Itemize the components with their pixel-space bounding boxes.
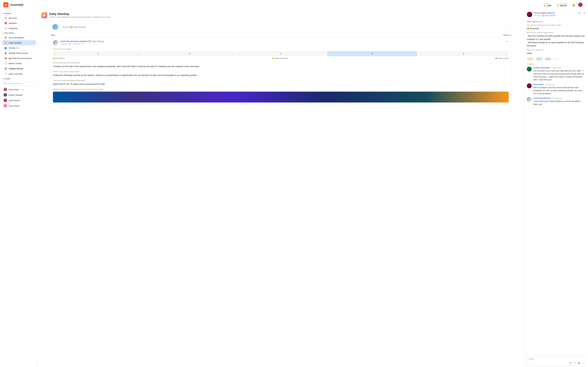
detail-time: 7m ago in	[534, 14, 542, 17]
nav-label: Weekly Pulse Survey	[9, 52, 28, 54]
reply-author[interactable]: Caleb Ramakrishna	[533, 97, 551, 99]
sort-select[interactable]: Newest▾	[503, 34, 512, 36]
post-menu-icon[interactable]: •••	[578, 12, 581, 15]
nav-my-feed[interactable]: ☰My Feed	[2, 16, 36, 21]
emoji-icon[interactable]: ☺	[574, 362, 576, 364]
feed-pane: 🌅 Daily Standup Check in at the beginnin…	[38, 9, 524, 367]
section-flows-label: Flow feeds	[4, 32, 14, 34]
user-menu[interactable]: ▼	[578, 3, 585, 7]
reaction-brain[interactable]: 🧠 8	[544, 57, 552, 61]
avatar	[53, 40, 58, 46]
topbar-right: EARNED 🏆1,204 ALLOWANCE 🏆100 left 🔔 ▼	[543, 3, 585, 7]
reaction-muscle[interactable]: 💪 1	[536, 57, 543, 61]
search-teammates[interactable]: 🔍Search teammates	[2, 81, 35, 85]
stat-earned[interactable]: EARNED 🏆1,204	[543, 3, 551, 7]
person-item[interactable]: Andres Howard	[1, 92, 37, 98]
nav-label: My Feed	[9, 17, 17, 19]
detail-flow-link[interactable]: Daily Standup	[545, 14, 556, 17]
post-author[interactable]: Caleb Ramakrishna	[60, 40, 79, 42]
nav-label: Weekly 1:1	[9, 47, 19, 49]
flow-pulse-survey[interactable]: 🤹Weekly Pulse Survey	[2, 50, 36, 56]
scale-5[interactable]: 5	[419, 51, 509, 56]
reply-author[interactable]: Andrey Zolutukhin	[533, 67, 550, 69]
scale-label-low: 😕 Not feeling it	[53, 57, 65, 59]
nav-label: Give Recognition	[9, 36, 24, 39]
nav-label: Daily Standup	[9, 42, 21, 44]
flow-weekly-11[interactable]: 👥Weekly 1:1	[2, 45, 36, 50]
answer-prompt: Answer 🌅 Daily Standup	[50, 22, 512, 32]
nav-label: Notebook	[9, 27, 17, 30]
detail-byline: Post by Malia Eugenio	[534, 12, 577, 14]
post-flow-link[interactable]: Daily Standup	[92, 40, 104, 42]
scale-1[interactable]: 1	[53, 51, 143, 56]
reply-placeholder: Reply...	[528, 358, 535, 360]
section-people-label: People	[4, 77, 10, 80]
detail-author[interactable]: Malia Eugenio	[541, 12, 555, 14]
post-byline: Caleb Ramakrishna posted in 🌅 Daily Stan…	[60, 40, 504, 42]
reply-input-area: Reply... @ ☺ ▦ ➤	[524, 354, 588, 367]
flow-market-trends[interactable]: 📈Market Trends	[2, 61, 36, 66]
brand[interactable]: Assembly	[3, 2, 24, 7]
section-general[interactable]: ▴General	[1, 11, 37, 15]
scale-4[interactable]: 4	[327, 51, 417, 56]
nav-label: Culture Survey	[9, 67, 23, 70]
scale-row: 1 2 3 4 5	[53, 51, 509, 56]
stat-allowance-value: 100 left	[560, 4, 566, 7]
gif-icon[interactable]: ▦	[578, 362, 580, 364]
send-icon[interactable]: ➤	[582, 362, 584, 364]
avatar	[4, 93, 7, 97]
add-flow[interactable]: ＋Add a new flow	[2, 71, 36, 76]
notifications-icon[interactable]: 🔔	[572, 3, 575, 6]
feed-subtitle: Check in at the beginning of each day to…	[49, 16, 111, 18]
plus-icon: ＋	[4, 72, 7, 75]
flow-big-deal[interactable]: 📣Big Deal Announcements	[2, 56, 36, 61]
answer-button[interactable]: Answer 🌅 Daily Standup	[61, 24, 509, 30]
stat-allowance[interactable]: ALLOWANCE 🏆100 left	[557, 3, 566, 7]
nav-notebook[interactable]: ✔︎Notebook	[2, 26, 36, 31]
feed-title: Daily Standup	[49, 12, 111, 16]
megaphone-icon: 📣	[4, 57, 7, 59]
nav-label: Big Deal Announcements	[9, 57, 32, 59]
reply-time: 7 minutes ago	[545, 83, 555, 85]
close-icon[interactable]: ✕	[583, 12, 585, 15]
stat-allowance-label: ALLOWANCE	[557, 3, 566, 4]
reaction-hands[interactable]: 🙌 1	[527, 57, 534, 61]
caret-down-icon: ▾	[511, 34, 512, 36]
answer-text: I finished up the bulk of the reports th…	[53, 65, 509, 68]
nav-label: Add a new flow	[9, 73, 23, 75]
stat-earned-value: 1,204	[546, 4, 551, 7]
person-item[interactable]: Lydia Strunk	[1, 98, 37, 103]
reply-author[interactable]: Kaiya Bator	[533, 83, 544, 85]
hide-original-toggle[interactable]: Hide original post▾	[527, 21, 585, 23]
seen-count[interactable]: 1	[79, 43, 80, 45]
section-flows[interactable]: ▴Flow feeds	[1, 31, 37, 35]
flow-give-recognition[interactable]: 🎉Give Recognition	[2, 35, 36, 40]
avatar	[527, 97, 532, 102]
person-name: Cirie Crane	[9, 88, 19, 91]
scale-2[interactable]: 2	[144, 51, 234, 56]
answer-text: - Ask Brand Design for a new template fo…	[527, 41, 585, 47]
person-item[interactable]: Laura Twine	[1, 103, 37, 108]
question-label: Choose a GIF that represents how you wan…	[53, 88, 509, 90]
caret-down-icon: ▼	[583, 4, 585, 5]
answer-text: - Run the numbers for DAU growth over th…	[527, 34, 585, 41]
post-time: 12 minutes ago	[60, 43, 71, 45]
collapse-sidebar-button[interactable]: ‹	[36, 362, 38, 365]
section-people[interactable]: ▴People	[1, 77, 37, 81]
scale-3[interactable]: 3	[236, 51, 326, 56]
person-item[interactable]: Cirie Craneyou	[1, 87, 37, 92]
post-menu-icon[interactable]: •••	[505, 40, 509, 46]
reaction-count: 8	[549, 58, 550, 60]
avatar	[4, 104, 7, 108]
check-icon: ✔︎	[4, 27, 7, 30]
nav-rewards[interactable]: 🎁Rewards	[2, 21, 36, 26]
divider	[554, 3, 554, 7]
flow-culture-survey[interactable]: 🚀Culture Survey	[2, 66, 36, 71]
flow-daily-standup[interactable]: 🌅Daily Standup	[2, 40, 36, 45]
add-reaction[interactable]: ☺︎⁺	[553, 57, 558, 61]
question-label: What do you plan on doing today?	[53, 71, 509, 73]
answer-flow: Daily Standup	[73, 26, 86, 28]
sunrise-icon: 🌅	[4, 42, 7, 44]
mention-icon[interactable]: @	[569, 362, 571, 364]
reply-textbox[interactable]: Reply... @ ☺ ▦ ➤	[527, 356, 585, 366]
